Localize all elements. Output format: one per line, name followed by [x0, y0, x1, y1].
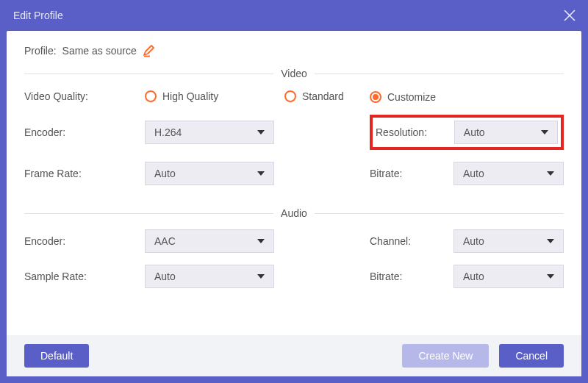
pencil-icon[interactable] [143, 44, 156, 57]
radio-label: Standard [302, 90, 344, 102]
radio-ring-icon [145, 90, 157, 102]
dropdown-value: AAC [154, 235, 176, 247]
video-resolution-label: Resolution: [376, 126, 444, 138]
video-section-label: Video [281, 68, 307, 79]
close-icon[interactable] [563, 9, 576, 22]
radio-standard[interactable]: Standard [284, 90, 359, 102]
chevron-down-icon [547, 171, 554, 176]
audio-grid: Encoder: AAC Channel: Auto Sample Rate: … [24, 229, 564, 288]
profile-label: Profile: [24, 45, 57, 57]
chevron-down-icon [541, 130, 548, 135]
audio-samplerate-dropdown[interactable]: Auto [145, 265, 274, 288]
dropdown-value: Auto [154, 271, 176, 282]
chevron-down-icon [257, 239, 265, 243]
audio-section-label: Audio [281, 207, 307, 219]
radio-customize[interactable]: Customize [370, 91, 436, 103]
chevron-down-icon [547, 274, 554, 279]
profile-row: Profile: Same as source [24, 44, 564, 57]
divider-line [315, 74, 564, 74]
video-bitrate-label: Bitrate: [370, 168, 443, 179]
dropdown-value: Auto [464, 126, 485, 138]
divider-line [24, 213, 273, 214]
dropdown-value: Auto [154, 168, 176, 179]
dropdown-value: Auto [463, 271, 484, 282]
audio-section-header: Audio [24, 207, 564, 219]
audio-channel-dropdown[interactable]: Auto [453, 229, 564, 253]
chevron-down-icon [547, 239, 554, 243]
create-new-button[interactable]: Create New [402, 344, 489, 368]
default-button[interactable]: Default [24, 344, 89, 368]
audio-bitrate-label: Bitrate: [370, 271, 443, 282]
video-framerate-dropdown[interactable]: Auto [145, 162, 274, 185]
video-grid: Video Quality: High Quality Standard Cus… [24, 90, 564, 185]
dropdown-value: Auto [463, 235, 484, 247]
chevron-down-icon [257, 130, 265, 135]
audio-bitrate-dropdown[interactable]: Auto [453, 265, 564, 288]
dropdown-value: H.264 [154, 126, 182, 138]
video-encoder-label: Encoder: [24, 126, 135, 138]
radio-ring-icon [284, 90, 296, 102]
radio-high-quality[interactable]: High Quality [145, 90, 274, 102]
video-bitrate-dropdown[interactable]: Auto [453, 162, 564, 185]
radio-label: High Quality [162, 90, 218, 102]
video-resolution-dropdown[interactable]: Auto [454, 121, 558, 144]
radio-ring-icon [370, 91, 381, 103]
video-framerate-label: Frame Rate: [24, 168, 135, 179]
resolution-highlight: Resolution: Auto [370, 115, 564, 150]
video-encoder-dropdown[interactable]: H.264 [145, 121, 274, 144]
chevron-down-icon [257, 274, 265, 279]
audio-encoder-label: Encoder: [24, 235, 135, 247]
video-section-header: Video [24, 68, 564, 79]
footer: Default Create New Cancel [7, 335, 581, 376]
title: Edit Profile [13, 10, 63, 21]
dialog-panel: Profile: Same as source Video Video Qual… [7, 31, 581, 376]
audio-encoder-dropdown[interactable]: AAC [145, 229, 274, 253]
audio-samplerate-label: Sample Rate: [24, 271, 135, 282]
dropdown-value: Auto [463, 168, 484, 179]
content: Profile: Same as source Video Video Qual… [7, 31, 581, 335]
divider-line [315, 213, 564, 214]
profile-value: Same as source [62, 45, 137, 57]
titlebar: Edit Profile [0, 0, 588, 31]
cancel-button[interactable]: Cancel [499, 344, 564, 368]
video-quality-label: Video Quality: [24, 90, 135, 102]
audio-channel-label: Channel: [370, 235, 443, 247]
footer-right: Create New Cancel [402, 344, 564, 368]
radio-label: Customize [387, 91, 436, 103]
divider-line [24, 74, 273, 74]
chevron-down-icon [257, 171, 265, 176]
